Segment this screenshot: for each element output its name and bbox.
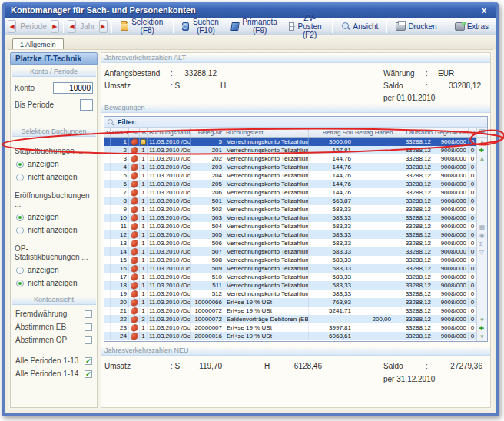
- columns-icon[interactable]: ▦: [479, 223, 486, 231]
- cell-b2: 0: [469, 205, 476, 214]
- table-row[interactable]: 13111.03.2010 /Do506Verrechnungskonto Te…: [104, 239, 476, 247]
- column-header-b[interactable]: B: [140, 128, 148, 137]
- table-row[interactable]: 8111.03.2010 /Do501Verrechnungskonto Tei…: [104, 197, 476, 205]
- table-row[interactable]: 21111.03.2010 /Do10000072Erl+se 19 % USt…: [104, 307, 476, 315]
- column-header-betrag-soll[interactable]: Betrag Soll: [309, 128, 353, 137]
- cell-betrag-haben: [353, 222, 393, 230]
- filter-funnel-icon[interactable]: ▽: [479, 248, 486, 257]
- sum-icon[interactable]: Σ: [479, 240, 486, 248]
- column-header-b[interactable]: B: [469, 128, 476, 137]
- search-row-icon[interactable]: ◉: [479, 231, 486, 240]
- drucken-button[interactable]: Drucken: [391, 19, 441, 34]
- jahr-prev-button[interactable]: ◀: [68, 20, 76, 33]
- bis-periode-label: Bis Periode: [15, 101, 80, 109]
- table-row[interactable]: 15111.03.2010 /Do508Verrechnungskonto Te…: [104, 256, 476, 264]
- table-row[interactable]: 111.03.2010 /Do5Verrechnungskonto Teilza…: [104, 138, 476, 146]
- table-row[interactable]: 5111.03.2010 /Do204Verrechnungskonto Tei…: [104, 171, 476, 180]
- checkbox-abstimmen-eb[interactable]: [85, 323, 92, 331]
- cell-laufsaldo: 33288,12: [393, 138, 433, 146]
- checkbox-abstimmen-op[interactable]: [85, 336, 92, 344]
- column-header-beleg-nr-[interactable]: Beleg-Nr.: [191, 128, 224, 137]
- table-row[interactable]: 3111.03.2010 /Do202Verrechnungskonto Tei…: [104, 154, 476, 163]
- column-header-buchungstext[interactable]: Buchungstext: [224, 128, 309, 137]
- table-row[interactable]: 23111.03.2010 /Do20000007Erl+se 19 % USt…: [104, 323, 476, 332]
- checkbox-fremdwaehrung[interactable]: [85, 310, 92, 318]
- cell-betrag-soll: 583,33: [309, 239, 353, 247]
- cell-beleg-nr: 204: [191, 171, 224, 180]
- periode-prev-button[interactable]: ◀: [8, 20, 16, 33]
- grid-select-icon[interactable]: ▣: [477, 128, 487, 138]
- cell-b2: 0: [469, 138, 476, 146]
- bis-periode-input[interactable]: [80, 99, 93, 111]
- column-header-m[interactable]: M: [104, 128, 111, 137]
- append-row-icon[interactable]: ✚: [479, 324, 486, 333]
- left-panel-box: Konto / Periode Konto Bis Periode Selekt…: [10, 65, 98, 408]
- radio-opstat-anzeigen[interactable]: [16, 267, 24, 274]
- nav-top-group: ▲✚▲: [479, 138, 486, 163]
- primanota-button[interactable]: Primanota (F9): [227, 19, 284, 34]
- cell-gegenkonto: 9008/000: [433, 138, 469, 146]
- periode-next-button[interactable]: ▶: [51, 20, 59, 33]
- table-row[interactable]: 22311.03.2010 /Do10000072Saldenvorträge …: [104, 315, 476, 323]
- column-header-betrag-haben[interactable]: Betrag Haben: [353, 128, 393, 137]
- table-row[interactable]: 17111.03.2010 /Do510Verrechnungskonto Te…: [104, 273, 476, 281]
- konto-input[interactable]: [53, 82, 93, 94]
- close-button[interactable]: x: [478, 5, 490, 15]
- table-row[interactable]: 11111.03.2010 /Do504Verrechnungskonto Te…: [104, 222, 476, 230]
- table-row[interactable]: 14111.03.2010 /Do507Verrechnungskonto Te…: [104, 247, 476, 256]
- table-row[interactable]: 18111.03.2010 /Do511Verrechnungskonto Te…: [104, 281, 476, 290]
- radio-eroeffnung-anzeigen[interactable]: [16, 214, 24, 221]
- table-row[interactable]: 20111.03.2010 /Do10000066Erl+se 19 % USt…: [104, 298, 476, 307]
- cell-pos: 23: [111, 323, 129, 332]
- table-row[interactable]: 9111.03.2010 /Do502Verrechnungskonto Tei…: [104, 205, 476, 214]
- table-row[interactable]: 2111.03.2010 /Do201Verrechnungskonto Tei…: [104, 146, 476, 154]
- column-header-buchungsdatum[interactable]: Buchungsdatum: [148, 128, 191, 137]
- jahr-next-button[interactable]: ▶: [99, 20, 108, 33]
- column-header-gegenkonto[interactable]: Gegenkonto: [433, 128, 469, 137]
- extras-icon: [455, 22, 465, 31]
- checkbox-alle-perioden-13[interactable]: ✔: [85, 357, 92, 365]
- scroll-last-icon[interactable]: ▼: [479, 333, 486, 341]
- table-row[interactable]: 10111.03.2010 /Do503Verrechnungskonto Te…: [104, 214, 476, 222]
- column-header-pos-[interactable]: Pos.▼: [111, 128, 129, 137]
- cell-buchungsdatum: 11.03.2010 /Do: [148, 163, 191, 171]
- scroll-first-icon[interactable]: ▲: [479, 138, 486, 146]
- table-row[interactable]: 12111.03.2010 /Do505Verrechnungskonto Te…: [104, 230, 476, 239]
- cell-buchungstext: Verrechnungskonto Teilzahlungen: [224, 205, 309, 214]
- tab-allgemein[interactable]: 1 Allgemein: [12, 38, 64, 50]
- radio-opstat-nicht-anzeigen[interactable]: [16, 280, 24, 287]
- cell-gegenkonto: 9008/000: [433, 247, 469, 256]
- table-row[interactable]: 16111.03.2010 /Do509Verrechnungskonto Te…: [104, 264, 476, 273]
- table-row[interactable]: 4111.03.2010 /Do203Verrechnungskonto Tei…: [104, 163, 476, 171]
- per-date-label: per 01.01.2010: [383, 94, 435, 102]
- checkbox-alle-perioden-14[interactable]: ✔: [85, 370, 92, 378]
- table-row[interactable]: 6111.03.2010 /Do205Verrechnungskonto Tei…: [104, 180, 476, 188]
- radio-eroeffnung-nicht-anzeigen[interactable]: [16, 227, 24, 234]
- cell-gegenkonto: 9008/000: [433, 205, 469, 214]
- ansicht-button[interactable]: Ansicht: [337, 19, 383, 34]
- radio-stapel-nicht-anzeigen[interactable]: [16, 174, 24, 181]
- scroll-down-icon[interactable]: ▼: [479, 316, 486, 324]
- extras-button[interactable]: Extras: [450, 19, 493, 34]
- cell-gegenkonto: 9008/000: [433, 222, 469, 230]
- radio-stapel-anzeigen[interactable]: [16, 161, 24, 168]
- table-row[interactable]: 24111.03.2010 /Do20000016Erl+se 19 % USt…: [104, 332, 476, 340]
- filter-bar[interactable]: Filter:: [104, 117, 487, 128]
- stamp-icon: [131, 307, 138, 314]
- cell-status: [129, 146, 140, 154]
- table-row[interactable]: 19111.03.2010 /Do512Verrechnungskonto Te…: [104, 290, 476, 298]
- cell-laufsaldo: 33288,12: [393, 205, 433, 214]
- scroll-up-icon[interactable]: ▲: [479, 154, 486, 163]
- cell-b: 1: [140, 171, 148, 180]
- table-row[interactable]: 7111.03.2010 /Do206Verrechnungskonto Tei…: [104, 188, 476, 197]
- zv-posten-button[interactable]: ZV-Posten (F2): [284, 19, 327, 34]
- cell-b: 1: [140, 332, 148, 340]
- column-header-laufsaldo[interactable]: Laufsaldo: [393, 128, 433, 137]
- selektion-button[interactable]: Selektion (F8): [116, 19, 169, 34]
- suchen-button[interactable]: Suchen (F10): [177, 19, 225, 34]
- cell-b: 1: [140, 290, 148, 298]
- column-header-st[interactable]: St: [129, 128, 140, 137]
- insert-row-icon[interactable]: ✚: [479, 146, 486, 154]
- cell-buchungstext: Erl+se 19 % USt: [224, 307, 309, 315]
- cell-marker: [104, 230, 111, 239]
